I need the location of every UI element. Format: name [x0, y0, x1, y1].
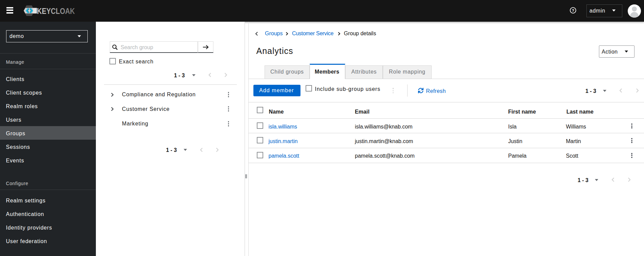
svg-text:?: ? — [572, 8, 574, 13]
svg-text:KEYCLOAK: KEYCLOAK — [37, 7, 75, 16]
